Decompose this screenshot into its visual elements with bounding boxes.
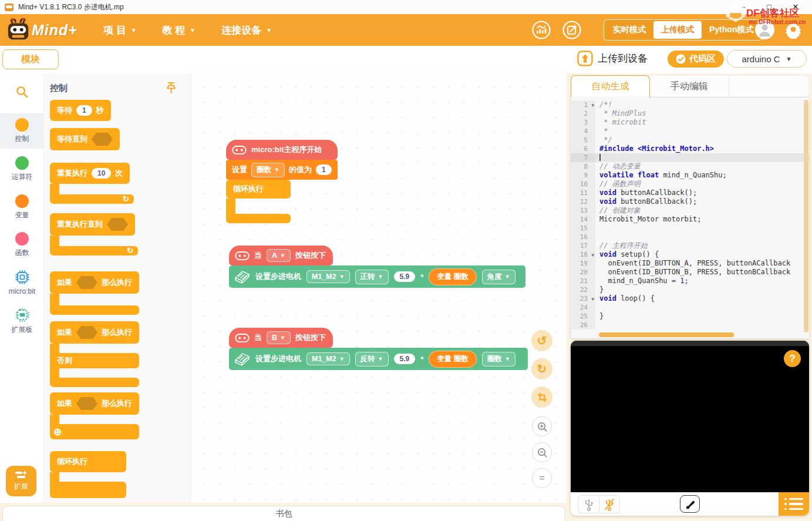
- code-line: 21 mind_n_QuanShu = 1;: [571, 277, 809, 285]
- palette-block-repeat-times[interactable]: 重复执行 10 次 ↻: [50, 163, 134, 204]
- close-button[interactable]: ✕: [787, 1, 804, 13]
- visualization-chart-button[interactable]: [531, 20, 551, 40]
- motor-port-dropdown[interactable]: M1_M2▼: [306, 352, 350, 365]
- zoom-in-icon: [537, 421, 548, 432]
- zoom-reset-button[interactable]: =: [532, 468, 552, 488]
- block-palette[interactable]: 控制 等待 1 秒 等待直到 重复执行 10: [44, 73, 191, 503]
- variable-reporter[interactable]: 变量 圈数: [429, 268, 476, 285]
- zoom-in-button[interactable]: [532, 416, 552, 436]
- palette-block-wait[interactable]: 等待 1 秒: [50, 100, 111, 121]
- mindplus-logo[interactable]: Mind+: [6, 18, 78, 42]
- fold-arrow-icon[interactable]: ▼: [591, 251, 594, 260]
- palette-block-if-then-expandable[interactable]: 如果 那么执行 ⊕: [50, 392, 139, 439]
- redo-button[interactable]: ↻: [531, 358, 552, 379]
- horizontal-scrollbar[interactable]: [599, 332, 734, 337]
- direction-dropdown[interactable]: 正转▼: [355, 270, 389, 284]
- category-variables[interactable]: 变量: [0, 190, 44, 225]
- board-selector[interactable]: arduino C▼: [727, 50, 807, 68]
- code-area-toggle[interactable]: 代码区: [668, 51, 724, 68]
- usb-connect-button[interactable]: [578, 495, 599, 513]
- pin-icon[interactable]: [166, 82, 176, 96]
- variable-dropdown[interactable]: 圈数▼: [251, 163, 285, 177]
- button-dropdown[interactable]: B▼: [267, 331, 291, 344]
- boolean-slot[interactable]: [92, 133, 113, 146]
- chevron-down-icon: ▼: [505, 274, 510, 280]
- backpack-label: 书包: [276, 509, 292, 519]
- script-button-a-hat[interactable]: 当 A▼ 按钮按下: [229, 246, 333, 265]
- boolean-slot[interactable]: [76, 276, 97, 289]
- tab-manual-edit[interactable]: 手动编辑: [650, 75, 729, 98]
- clear-output-button[interactable]: [680, 495, 700, 513]
- button-dropdown[interactable]: A▼: [267, 249, 291, 262]
- code-editor[interactable]: 1▼/*!2 * MindPlus3 * microbit4 *5 */6#in…: [571, 98, 809, 338]
- number-input[interactable]: 1: [316, 164, 332, 175]
- usb-disconnect-button[interactable]: [599, 495, 620, 513]
- serial-monitor-screen[interactable]: ?: [571, 341, 809, 492]
- user-avatar[interactable]: [755, 20, 774, 42]
- script-canvas[interactable]: micro:bit主程序开始 设置 圈数▼ 的值为 1 循环执行: [191, 73, 567, 503]
- number-input[interactable]: 1: [76, 105, 92, 116]
- upload-icon: [577, 51, 593, 66]
- motor-port-dropdown[interactable]: M1_M2▼: [306, 270, 350, 283]
- menu-project[interactable]: 项 目▼: [103, 23, 137, 37]
- mode-realtime-button[interactable]: 实时模式: [605, 21, 653, 39]
- number-input[interactable]: 5.9: [394, 271, 416, 282]
- tab-modules[interactable]: 模块: [2, 49, 59, 69]
- category-operators[interactable]: 运算符: [0, 152, 44, 187]
- minimize-button[interactable]: –: [734, 1, 752, 13]
- fold-arrow-icon[interactable]: ▼: [591, 101, 594, 110]
- script-button-b-hat[interactable]: 当 B▼ 按钮按下: [229, 328, 333, 348]
- palette-block-if-then[interactable]: 如果 那么执行: [50, 271, 139, 315]
- zoom-out-button[interactable]: [532, 442, 552, 462]
- palette-block-wait-until[interactable]: 等待直到: [50, 128, 120, 150]
- block-stepper-motor-forward[interactable]: 设置步进电机 M1_M2▼ 正转▼ 5.9 * 变量 圈数 角度▼: [229, 265, 525, 288]
- number-input[interactable]: 5.9: [394, 354, 416, 364]
- help-button[interactable]: ?: [784, 350, 801, 367]
- upload-to-device-button[interactable]: 上传到设备: [577, 51, 648, 66]
- maximize-button[interactable]: □: [760, 1, 778, 13]
- menu-list-icon: [784, 498, 809, 500]
- vertical-scrollbar[interactable]: [804, 100, 808, 332]
- screenshot-crop-button[interactable]: [531, 386, 552, 408]
- boolean-slot[interactable]: [107, 218, 128, 231]
- robot-logo-icon: [6, 18, 31, 42]
- mode-python-button[interactable]: Python模式: [702, 21, 761, 39]
- variable-reporter[interactable]: 变量 圈数: [429, 351, 476, 368]
- block-stepper-motor-reverse[interactable]: 设置步进电机 M1_M2▼ 反转▼ 5.9 * 变量 圈数 圈数▼: [229, 348, 528, 370]
- unit-dropdown[interactable]: 圈数▼: [482, 352, 515, 367]
- block-forever-loop[interactable]: 循环执行: [226, 180, 291, 223]
- mode-upload-button[interactable]: 上传模式: [653, 21, 702, 39]
- chevron-down-icon: ▼: [339, 356, 345, 362]
- settings-button[interactable]: [784, 20, 803, 41]
- extension-button[interactable]: 扩展: [6, 466, 36, 496]
- category-control[interactable]: 控制: [0, 113, 44, 149]
- category-functions[interactable]: 函数: [0, 227, 44, 263]
- number-input[interactable]: 10: [92, 168, 111, 179]
- menu-connect-device[interactable]: 连接设备▼: [221, 23, 272, 37]
- palette-block-if-else[interactable]: 如果 那么执行 否则: [50, 321, 139, 387]
- code-line: 26: [571, 321, 809, 330]
- code-line: 3 * microbit: [571, 118, 809, 127]
- fold-arrow-icon[interactable]: ▼: [591, 295, 594, 304]
- add-branch-icon[interactable]: ⊕: [53, 427, 62, 437]
- category-microbit[interactable]: micro:bit: [0, 265, 44, 300]
- category-extension-board[interactable]: 扩展板: [0, 303, 44, 338]
- boolean-slot[interactable]: [76, 397, 97, 410]
- header-strip: 模块 上传到设备 代码区 arduino C▼: [0, 46, 812, 73]
- zoom-reset-icon: =: [539, 473, 544, 483]
- block-set-variable[interactable]: 设置 圈数▼ 的值为 1: [226, 160, 338, 180]
- menu-tutorial[interactable]: 教 程▼: [163, 23, 196, 37]
- unit-dropdown[interactable]: 角度▼: [482, 270, 515, 284]
- edit-sketch-button[interactable]: [562, 20, 582, 40]
- undo-button[interactable]: ↺: [531, 330, 552, 351]
- stepper-motor-icon: [234, 351, 250, 367]
- serial-menu-button[interactable]: [779, 492, 809, 516]
- search-button[interactable]: [0, 85, 44, 99]
- direction-dropdown[interactable]: 反转▼: [355, 352, 389, 367]
- script-main-hat[interactable]: micro:bit主程序开始: [226, 140, 338, 160]
- palette-block-forever[interactable]: 循环执行: [50, 451, 126, 498]
- palette-block-repeat-until[interactable]: 重复执行直到 ↻: [50, 213, 138, 256]
- backpack-bar[interactable]: 书包: [2, 506, 565, 521]
- tab-auto-generate[interactable]: 自动生成: [571, 75, 650, 98]
- boolean-slot[interactable]: [76, 326, 97, 339]
